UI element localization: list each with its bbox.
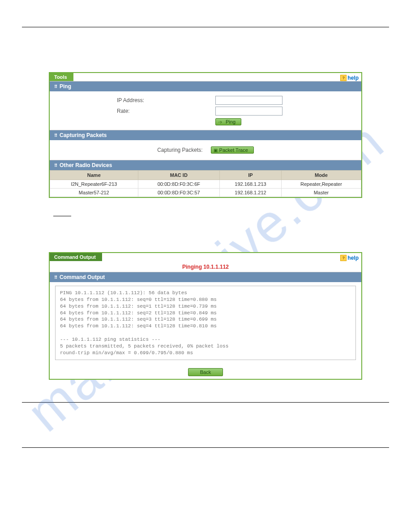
table-row: I2N_Repeater6F-213 00:0D:8D:F0:3C:6F 192… xyxy=(50,180,361,189)
help-link[interactable]: ? help xyxy=(340,74,361,81)
devices-table: Name MAC ID IP Mode I2N_Repeater6F-213 0… xyxy=(50,170,361,197)
back-button[interactable]: Back xyxy=(188,368,223,376)
arrow-right-icon: ➩ xyxy=(218,120,223,125)
help-icon: ? xyxy=(340,75,347,81)
cell-ip: 192.168.1.212 xyxy=(220,189,282,197)
capture-section-title: Capturing Packets xyxy=(60,132,107,138)
col-ip: IP xyxy=(220,171,282,180)
bottom-rule-1 xyxy=(22,402,389,403)
drag-dots-icon: ⠿ xyxy=(54,84,57,89)
drag-dots-icon: ⠿ xyxy=(54,133,57,138)
drag-dots-icon: ⠿ xyxy=(54,275,57,280)
devices-section-title: Other Radio Devices xyxy=(60,162,112,168)
table-row: Master57-212 00:0D:8D:F0:3C:57 192.168.1… xyxy=(50,189,361,197)
capture-section-header: ⠿ Capturing Packets xyxy=(50,130,361,140)
rate-input[interactable] xyxy=(215,107,283,116)
output-area: PING 10.1.1.112 (10.1.1.112): 56 data by… xyxy=(50,282,361,365)
ip-address-input[interactable] xyxy=(215,96,283,105)
help-icon: ? xyxy=(340,255,347,261)
bottom-rule-2 xyxy=(22,447,389,448)
col-mode: Mode xyxy=(281,171,361,180)
ip-address-label: IP Address: xyxy=(54,97,215,103)
short-underline xyxy=(53,216,71,216)
output-section-title: Command Output xyxy=(60,274,105,280)
output-section-header: ⠿ Command Output xyxy=(50,272,361,282)
command-output-panel: Command Output ? help Pinging 10.1.1.112… xyxy=(49,252,362,380)
top-rule xyxy=(22,27,389,27)
tools-panel: Tools ? help ⠿ Ping IP Address: Rate: ➩ xyxy=(49,72,362,198)
tools-tab: Tools xyxy=(50,73,73,81)
rate-label: Rate: xyxy=(54,108,215,114)
capture-label: Capturing Packets: xyxy=(157,147,202,153)
cell-mac: 00:0D:8D:F0:3C:6F xyxy=(138,180,219,189)
tools-panel-header: Tools ? help xyxy=(50,73,361,81)
capture-icon: ▣ xyxy=(213,148,218,153)
help-text: help xyxy=(347,75,359,81)
command-output-tab: Command Output xyxy=(50,253,102,261)
cell-name: I2N_Repeater6F-213 xyxy=(50,180,138,189)
pinging-status: Pinging 10.1.1.112 xyxy=(50,261,361,272)
capture-form: Capturing Packets: ▣ Packet Trace xyxy=(50,140,361,160)
help-text: help xyxy=(347,255,359,261)
ping-button[interactable]: ➩ Ping xyxy=(215,118,241,125)
packet-trace-label: Packet Trace xyxy=(219,147,248,153)
cell-mode: Repeater,Repeater xyxy=(281,180,361,189)
packet-trace-button[interactable]: ▣ Packet Trace xyxy=(211,146,254,154)
ping-form: IP Address: Rate: ➩ Ping xyxy=(50,91,361,130)
ping-section-title: Ping xyxy=(60,83,71,90)
drag-dots-icon: ⠿ xyxy=(54,163,57,168)
output-panel-header: Command Output ? help xyxy=(50,253,361,261)
devices-section-header: ⠿ Other Radio Devices xyxy=(50,160,361,170)
col-name: Name xyxy=(50,171,138,180)
command-output-text: PING 10.1.1.112 (10.1.1.112): 56 data by… xyxy=(55,286,356,360)
ping-button-label: Ping xyxy=(226,119,235,124)
ping-section-header: ⠿ Ping xyxy=(50,81,361,91)
cell-mac: 00:0D:8D:F0:3C:57 xyxy=(138,189,219,197)
cell-ip: 192.168.1.213 xyxy=(220,180,282,189)
cell-name: Master57-212 xyxy=(50,189,138,197)
cell-mode: Master xyxy=(281,189,361,197)
col-mac: MAC ID xyxy=(138,171,219,180)
help-link[interactable]: ? help xyxy=(340,254,361,261)
